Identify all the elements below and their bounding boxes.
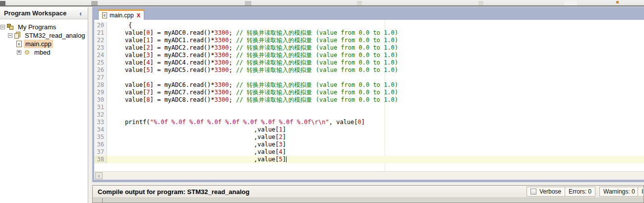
code-text: printf("%.0f %.0f %.0f %.0f %.0f %.0f %.…	[107, 119, 644, 126]
code-line-30[interactable]: 30 value[8] = myADC8.read()*3300; // 转换并…	[94, 96, 644, 104]
line-number: 35	[94, 134, 107, 141]
code-text: value[5] = myADC5.read()*3300; // 转换并读取输…	[107, 67, 644, 74]
code-text: value[2] = myADC2.read()*3300; // 转换并读取输…	[107, 44, 644, 52]
toolbar-icon-fragment	[616, 1, 619, 3]
verbose-checkbox[interactable]	[530, 189, 536, 195]
code-line-32[interactable]: 32	[94, 111, 644, 119]
code-text: ,value[3]	[107, 141, 644, 148]
workspace-tree: −My Programs−STM32_read_analogcmain.cpp+…	[0, 19, 88, 57]
code-line-37[interactable]: 37 ,value[4]	[94, 148, 644, 156]
tree-item-label[interactable]: STM32_read_analog	[23, 31, 86, 40]
code-line-20[interactable]: 20 {	[94, 22, 644, 29]
code-text: ,value[1]	[107, 126, 644, 134]
my-programs-icon	[7, 24, 14, 31]
code-lines: 20 {21 value[0] = myADC0.read()*3300; //…	[94, 20, 644, 163]
tree-item-my-programs[interactable]: −My Programs	[0, 23, 88, 31]
line-number: 33	[94, 119, 107, 126]
code-text: value[7] = myADC7.read()*3300; // 转换并读取输…	[107, 89, 644, 96]
code-line-36[interactable]: 36 ,value[3]	[94, 141, 644, 148]
workspace-header: Program Workspace ‹	[0, 7, 88, 19]
warnings-count-badge[interactable]: Warnings: 0	[599, 187, 639, 197]
code-text: value[0] = myADC0.read()*3300; // 转换并读取输…	[107, 29, 644, 37]
horizontal-scrollbar[interactable]: ‹	[94, 171, 644, 180]
tree-item-mbed[interactable]: +⚙mbed	[0, 48, 88, 57]
toolbar-icon-fragment	[564, 1, 577, 5]
editor-panel: c main.cpp X 20 {21 value[0] = myADC0.re…	[92, 7, 644, 182]
line-number: 20	[94, 22, 107, 29]
tree-item-label[interactable]: mbed	[33, 48, 52, 57]
toolbar-icon-fragment	[357, 1, 362, 5]
code-line-21[interactable]: 21 value[0] = myADC0.read()*3300; // 转换并…	[94, 29, 644, 37]
code-line-23[interactable]: 23 value[2] = myADC2.read()*3300; // 转换并…	[94, 44, 644, 52]
tree-item-label[interactable]: main.cpp	[24, 40, 53, 48]
line-number: 27	[94, 74, 107, 81]
line-number: 30	[94, 96, 107, 104]
code-text: ,value[4]	[107, 148, 644, 156]
tree-item-main-cpp[interactable]: cmain.cpp	[0, 40, 88, 48]
code-line-33[interactable]: 33 printf("%.0f %.0f %.0f %.0f %.0f %.0f…	[94, 119, 644, 126]
code-line-24[interactable]: 24 value[3] = myADC3.read()*3300; // 转换并…	[94, 52, 644, 59]
code-text: ,value[5]	[107, 156, 644, 163]
line-number: 23	[94, 44, 107, 52]
code-line-31[interactable]: 31	[94, 104, 644, 111]
line-number: 37	[94, 148, 107, 156]
compile-output-body	[93, 198, 644, 203]
code-text: value[8] = myADC8.read()*3300; // 转换并读取输…	[107, 96, 644, 104]
line-number: 21	[94, 29, 107, 37]
toolbar-icon-fragment	[91, 1, 98, 5]
code-text	[107, 74, 644, 81]
code-text: value[4] = myADC4.read()*3300; // 转换并读取输…	[107, 59, 644, 67]
line-number: 34	[94, 126, 107, 134]
line-number: 38	[94, 156, 107, 163]
collapse-panel-icon[interactable]: ‹	[79, 9, 88, 17]
code-line-26[interactable]: 26 value[5] = myADC5.read()*3300; // 转换并…	[94, 67, 644, 74]
output-column-divider	[102, 198, 103, 203]
code-line-25[interactable]: 25 value[4] = myADC4.read()*3300; // 转换并…	[94, 59, 644, 67]
tab-main-cpp[interactable]: c main.cpp X	[98, 9, 144, 20]
line-number: 28	[94, 81, 107, 89]
line-number: 29	[94, 89, 107, 96]
code-text: ,value[2]	[107, 134, 644, 141]
infos-count-badge[interactable]: In	[638, 187, 644, 197]
close-tab-icon[interactable]: X	[137, 12, 140, 18]
cpp-file-icon: c	[102, 12, 107, 18]
tree-item-stm32-read-analog[interactable]: −STM32_read_analog	[0, 31, 88, 40]
mbed-gear-icon: ⚙	[23, 49, 31, 56]
line-number: 22	[94, 37, 107, 44]
verbose-label: Verbose	[539, 188, 561, 195]
collapse-node-icon[interactable]: −	[8, 33, 12, 38]
errors-count-badge[interactable]: Errors: 0	[565, 187, 595, 197]
code-editor[interactable]: 20 {21 value[0] = myADC0.read()*3300; //…	[94, 20, 644, 171]
code-line-35[interactable]: 35 ,value[2]	[94, 134, 644, 141]
program-folder-icon	[14, 32, 21, 39]
compile-output-panel: Compile output for program: STM32_read_a…	[92, 185, 644, 203]
toolbar-icon-fragment	[245, 1, 251, 5]
code-line-28[interactable]: 28 value[6] = myADC6.read()*3300; // 转换并…	[94, 81, 644, 89]
code-text: value[1] = myADC1.read()*3300; // 转换并读取输…	[107, 37, 644, 44]
expand-node-icon[interactable]: +	[17, 50, 21, 55]
workspace-title: Program Workspace	[0, 9, 79, 17]
code-line-38[interactable]: 38 ,value[5]	[94, 156, 644, 163]
text-cursor	[286, 156, 287, 162]
code-text: {	[107, 22, 644, 29]
scroll-left-arrow-icon[interactable]: ‹	[95, 172, 103, 179]
code-line-29[interactable]: 29 value[7] = myADC7.read()*3300; // 转换并…	[94, 89, 644, 96]
line-number: 31	[94, 104, 107, 111]
code-line-34[interactable]: 34 ,value[1]	[94, 126, 644, 134]
editor-tab-strip: c main.cpp X	[94, 7, 644, 20]
top-toolbar-sliver	[0, 0, 644, 6]
line-number: 24	[94, 52, 107, 59]
code-text: value[3] = myADC3.read()*3300; // 转换并读取输…	[107, 52, 644, 59]
toolbar-icon-fragment	[0, 1, 5, 5]
verbose-toggle[interactable]: Verbose	[527, 187, 565, 197]
code-line-22[interactable]: 22 value[1] = myADC1.read()*3300; // 转换并…	[94, 37, 644, 44]
cpp-file-icon: c	[16, 41, 22, 47]
line-number: 36	[94, 141, 107, 148]
toolbar-icon-fragment	[478, 1, 483, 5]
code-line-27[interactable]: 27	[94, 74, 644, 81]
line-number: 26	[94, 67, 107, 74]
tab-label: main.cpp	[110, 12, 134, 19]
tree-item-label[interactable]: My Programs	[16, 23, 58, 31]
program-workspace-panel: Program Workspace ‹ −My Programs−STM32_r…	[0, 7, 88, 203]
collapse-node-icon[interactable]: −	[0, 25, 5, 29]
